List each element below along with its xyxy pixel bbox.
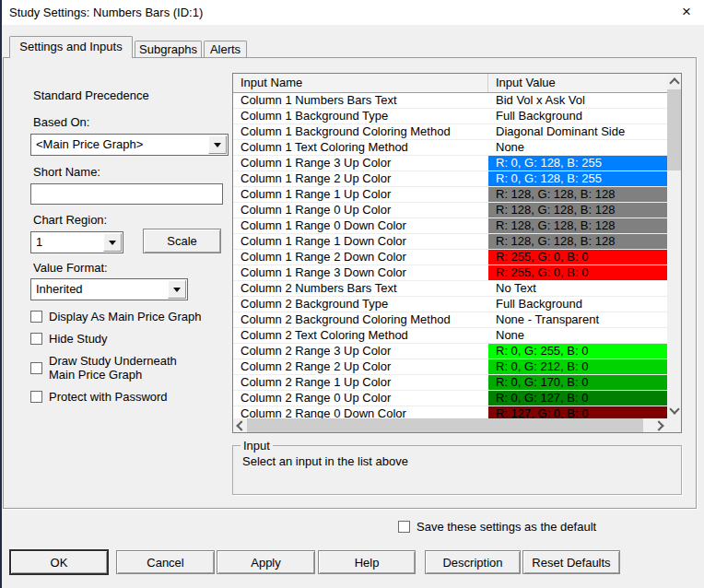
input-value-cell[interactable]: None - Transparent [488, 312, 667, 327]
description-button[interactable]: Description [425, 550, 521, 574]
table-row[interactable]: Column 2 Background Coloring MethodNone … [233, 312, 667, 328]
table-row[interactable]: Column 1 Range 0 Down ColorR: 128, G: 12… [233, 218, 667, 234]
input-value-cell[interactable]: None [488, 140, 667, 155]
column-header-input-name[interactable]: Input Name [233, 74, 488, 92]
table-row[interactable]: Column 1 Range 1 Down ColorR: 128, G: 12… [233, 234, 667, 250]
input-name-cell[interactable]: Column 1 Range 2 Down Color [233, 250, 488, 265]
input-name-cell[interactable]: Column 1 Background Coloring Method [233, 124, 488, 139]
display-as-main-price-graph-checkbox[interactable] [30, 311, 42, 323]
table-row[interactable]: Column 2 Range 3 Up ColorR: 0, G: 255, B… [233, 344, 667, 359]
hide-study-checkbox[interactable] [30, 333, 42, 345]
table-row[interactable]: Column 1 Range 3 Down ColorR: 255, G: 0,… [233, 265, 667, 281]
value-format-select[interactable]: Inherited [30, 278, 188, 300]
input-value-cell[interactable]: Full Background [488, 297, 667, 312]
short-name-input[interactable] [30, 183, 223, 205]
table-row[interactable]: Column 1 Background Coloring MethodDiago… [233, 124, 667, 140]
tab-settings-and-inputs[interactable]: Settings and Inputs [9, 36, 133, 58]
study-settings-dialog: Study Settings: Numbers Bars (ID:1) × Se… [0, 0, 704, 588]
input-name-cell[interactable]: Column 1 Range 2 Up Color [233, 171, 488, 186]
input-value-cell[interactable]: Full Background [488, 109, 667, 123]
input-name-cell[interactable]: Column 1 Range 1 Up Color [233, 187, 488, 202]
save-default-checkbox[interactable] [398, 521, 410, 533]
draw-study-underneath-checkbox[interactable] [30, 362, 42, 374]
title-bar: Study Settings: Numbers Bars (ID:1) × [0, 0, 704, 25]
tab-alerts[interactable]: Alerts [204, 41, 247, 57]
input-value-cell[interactable]: No Text [488, 281, 667, 296]
input-name-cell[interactable]: Column 1 Range 0 Up Color [233, 203, 488, 218]
input-value-cell[interactable]: R: 0, G: 255, B: 0 [488, 344, 667, 359]
input-name-cell[interactable]: Column 2 Background Coloring Method [233, 312, 488, 327]
input-value-cell[interactable]: R: 128, G: 128, B: 128 [488, 203, 667, 218]
based-on-select[interactable]: <Main Price Graph> [30, 134, 229, 156]
value-format-value: Inherited [36, 282, 83, 296]
chart-region-select[interactable]: 1 [30, 231, 123, 253]
input-value-cell[interactable]: None [488, 328, 667, 343]
tab-subgraphs[interactable]: Subgraphs [135, 41, 202, 57]
chevron-down-icon[interactable] [208, 135, 227, 154]
protect-with-password-checkbox[interactable] [30, 391, 42, 403]
horizontal-scrollbar[interactable] [233, 418, 667, 432]
table-row[interactable]: Column 2 Range 1 Up ColorR: 0, G: 170, B… [233, 375, 667, 391]
input-value-cell[interactable]: Diagonal Dominant Side [488, 124, 667, 139]
table-row[interactable]: Column 1 Text Coloring MethodNone [233, 140, 667, 156]
scroll-left-icon[interactable] [233, 418, 247, 432]
input-name-cell[interactable]: Column 1 Numbers Bars Text [233, 93, 488, 108]
input-value-cell[interactable]: R: 0, G: 128, B: 255 [488, 171, 667, 186]
input-name-cell[interactable]: Column 1 Range 3 Down Color [233, 265, 488, 280]
table-row[interactable]: Column 1 Range 2 Up ColorR: 0, G: 128, B… [233, 171, 667, 187]
table-row[interactable]: Column 1 Range 0 Up ColorR: 128, G: 128,… [233, 203, 667, 218]
table-row[interactable]: Column 1 Numbers Bars TextBid Vol x Ask … [233, 93, 667, 109]
input-value-cell[interactable]: R: 127, G: 0, B: 0 [488, 406, 667, 418]
input-value-cell[interactable]: R: 0, G: 128, B: 255 [488, 156, 667, 171]
vertical-scrollbar[interactable] [667, 74, 681, 418]
reset-defaults-button[interactable]: Reset Defaults [522, 550, 620, 574]
input-name-cell[interactable]: Column 2 Numbers Bars Text [233, 281, 488, 296]
input-name-cell[interactable]: Column 1 Range 0 Down Color [233, 218, 488, 233]
table-row[interactable]: Column 2 Numbers Bars TextNo Text [233, 281, 667, 297]
input-name-cell[interactable]: Column 2 Range 0 Up Color [233, 391, 488, 406]
input-value-cell[interactable]: R: 128, G: 128, B: 128 [488, 218, 667, 233]
scroll-down-icon[interactable] [667, 403, 681, 418]
input-value-cell[interactable]: R: 128, G: 128, B: 128 [488, 187, 667, 202]
input-name-cell[interactable]: Column 1 Text Coloring Method [233, 140, 488, 155]
table-row[interactable]: Column 2 Range 0 Up ColorR: 0, G: 127, B… [233, 391, 667, 406]
input-name-cell[interactable]: Column 1 Background Type [233, 109, 488, 123]
input-value-cell[interactable]: R: 128, G: 128, B: 128 [488, 234, 667, 249]
scale-button[interactable]: Scale [143, 229, 221, 253]
table-row[interactable]: Column 1 Range 3 Up ColorR: 0, G: 128, B… [233, 156, 667, 171]
input-value-cell[interactable]: R: 0, G: 212, B: 0 [488, 359, 667, 374]
input-value-cell[interactable]: R: 0, G: 127, B: 0 [488, 391, 667, 406]
hide-study-row: Hide Study [30, 332, 108, 346]
table-row[interactable]: Column 2 Background TypeFull Background [233, 297, 667, 312]
input-value-cell[interactable]: R: 255, G: 0, B: 0 [488, 265, 667, 280]
input-name-cell[interactable]: Column 2 Range 3 Up Color [233, 344, 488, 359]
input-name-cell[interactable]: Column 1 Range 1 Down Color [233, 234, 488, 249]
input-value-cell[interactable]: R: 0, G: 170, B: 0 [488, 375, 667, 390]
input-name-cell[interactable]: Column 2 Text Coloring Method [233, 328, 488, 343]
input-name-cell[interactable]: Column 1 Range 3 Up Color [233, 156, 488, 171]
column-header-input-value[interactable]: Input Value [488, 74, 667, 92]
table-row[interactable]: Column 1 Range 1 Up ColorR: 128, G: 128,… [233, 187, 667, 203]
input-name-cell[interactable]: Column 2 Range 2 Up Color [233, 359, 488, 374]
input-name-cell[interactable]: Column 2 Range 0 Down Color [233, 406, 488, 418]
table-row[interactable]: Column 2 Range 2 Up ColorR: 0, G: 212, B… [233, 359, 667, 375]
input-value-cell[interactable]: Bid Vol x Ask Vol [488, 93, 667, 108]
ok-button[interactable]: OK [9, 549, 109, 575]
input-name-cell[interactable]: Column 2 Range 1 Up Color [233, 375, 488, 390]
table-row[interactable]: Column 1 Range 2 Down ColorR: 255, G: 0,… [233, 250, 667, 265]
horizontal-scrollbar-thumb[interactable] [247, 418, 643, 432]
chevron-down-icon[interactable] [168, 280, 186, 299]
table-row[interactable]: Column 2 Text Coloring MethodNone [233, 328, 667, 344]
scroll-up-icon[interactable] [667, 74, 681, 89]
close-icon[interactable]: × [675, 2, 698, 22]
table-row[interactable]: Column 2 Range 0 Down ColorR: 127, G: 0,… [233, 406, 667, 418]
help-button[interactable]: Help [318, 550, 416, 574]
chevron-down-icon[interactable] [103, 233, 122, 252]
cancel-button[interactable]: Cancel [116, 550, 215, 574]
table-row[interactable]: Column 1 Background TypeFull Background [233, 109, 667, 124]
input-value-cell[interactable]: R: 255, G: 0, B: 0 [488, 250, 667, 265]
apply-button[interactable]: Apply [217, 550, 315, 574]
input-name-cell[interactable]: Column 2 Background Type [233, 297, 488, 312]
vertical-scrollbar-thumb[interactable] [667, 89, 681, 171]
scroll-right-icon[interactable] [653, 418, 667, 432]
